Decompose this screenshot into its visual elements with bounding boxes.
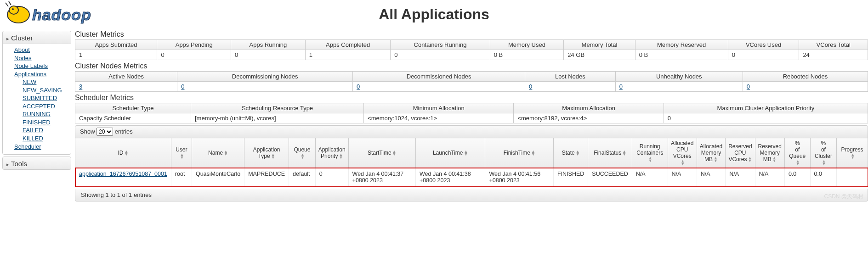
apps-column-header[interactable]: LaunchTime▲▼	[415, 138, 485, 168]
metrics-header: Containers Running	[391, 40, 490, 50]
metrics-header: Scheduling Resource Type	[191, 103, 363, 113]
apps-column-header[interactable]: ReservedMemoryMB▲▼	[755, 138, 784, 168]
sort-icon: ▲▼	[392, 151, 397, 156]
applications-table: ID▲▼User▲▼Name▲▼ApplicationType▲▼Queue▲▼…	[75, 138, 868, 187]
metrics-header: Lost Nodes	[525, 72, 616, 82]
metrics-value: <memory:1024, vcores:1>	[364, 113, 514, 123]
sidebar-item-scheduler[interactable]: Scheduler	[14, 143, 66, 151]
sidebar-item-nodes[interactable]: Nodes	[14, 54, 66, 62]
apps-cell-alloc_vcores: N/A	[668, 168, 697, 187]
apps-cell-launch: Wed Jan 4 00:41:38 +0800 2023	[415, 168, 485, 187]
metrics-header: VCores Used	[728, 40, 799, 50]
metrics-header: Apps Pending	[157, 40, 231, 50]
metrics-header: Memory Reserved	[635, 40, 728, 50]
apps-column-header[interactable]: User▲▼	[171, 138, 192, 168]
sort-icon: ▲▼	[224, 151, 228, 156]
page-title: All Applications	[5, 6, 863, 23]
apps-cell-type: MAPREDUCE	[244, 168, 289, 187]
apps-column-header[interactable]: StartTime▲▼	[348, 138, 415, 168]
apps-column-header[interactable]: ReservedCPUVCores▲▼	[726, 138, 755, 168]
metrics-value: 0 B	[490, 50, 564, 60]
apps-cell-res_vcores: N/A	[726, 168, 755, 187]
apps-cell-res_mem: N/A	[755, 168, 784, 187]
show-label-suffix: entries	[115, 128, 133, 135]
sort-icon: ▲▼	[681, 160, 685, 165]
apps-column-header[interactable]: ID▲▼	[75, 138, 171, 168]
metrics-value-link[interactable]: 0	[181, 83, 184, 90]
metrics-value-link[interactable]: 0	[357, 83, 360, 90]
metrics-value-link[interactable]: 3	[79, 83, 82, 90]
sidebar-item-applications[interactable]: Applications	[14, 70, 66, 78]
apps-cell-alloc_mem: N/A	[697, 168, 725, 187]
sort-icon: ▲▼	[464, 151, 468, 156]
sidebar-item-state-running[interactable]: RUNNING	[23, 110, 66, 118]
sidebar-item-state-submitted[interactable]: SUBMITTED	[23, 94, 66, 102]
metrics-value: [memory-mb (unit=Mi), vcores]	[191, 113, 363, 123]
apps-column-header[interactable]: FinishTime▲▼	[485, 138, 554, 168]
metrics-value-link[interactable]: 0	[747, 83, 750, 90]
sidebar-item-state-failed[interactable]: FAILED	[23, 126, 66, 134]
page-length-select[interactable]: 20	[96, 128, 113, 136]
sidebar-header-cluster[interactable]: Cluster	[3, 31, 71, 44]
apps-column-header[interactable]: FinalStatus▲▼	[588, 138, 632, 168]
apps-cell-user: root	[171, 168, 192, 187]
sidebar-header-tools[interactable]: Tools	[3, 157, 71, 169]
apps-column-header[interactable]: State▲▼	[554, 138, 588, 168]
sidebar-item-state-new-saving[interactable]: NEW_SAVING	[23, 86, 66, 95]
apps-column-header[interactable]: AllocatedMemoryMB▲▼	[697, 138, 725, 168]
datatable-length-control: Show 20 entries	[75, 125, 868, 138]
sort-icon: ▲▼	[622, 151, 626, 156]
metrics-header: Apps Submitted	[75, 40, 157, 50]
apps-cell-final: SUCCEEDED	[588, 168, 632, 187]
apps-cell-state: FINISHED	[554, 168, 588, 187]
metrics-value: 0	[728, 50, 799, 60]
metrics-value-link[interactable]: 0	[529, 83, 532, 90]
apps-column-header[interactable]: ApplicationType▲▼	[244, 138, 289, 168]
sort-icon: ▲▼	[271, 154, 275, 159]
metrics-header: Unhealthy Nodes	[615, 72, 743, 82]
sidebar-item-node-labels[interactable]: Node Labels	[14, 62, 66, 70]
apps-column-header[interactable]: AllocatedCPUVCores▲▼	[668, 138, 697, 168]
sort-icon: ▲▼	[339, 154, 343, 159]
sort-icon: ▲▼	[714, 157, 718, 162]
apps-column-header[interactable]: RunningContainers▲▼	[632, 138, 668, 168]
metrics-value: 0	[664, 113, 868, 123]
application-id-link[interactable]: application_1672676951087_0001	[79, 171, 167, 177]
apps-column-header[interactable]: Name▲▼	[192, 138, 244, 168]
apps-column-header[interactable]: %ofCluster▲▼	[810, 138, 837, 168]
apps-column-header[interactable]: ApplicationPriority▲▼	[315, 138, 348, 168]
cluster-metrics-table: Apps SubmittedApps PendingApps RunningAp…	[75, 39, 868, 60]
sidebar-item-state-killed[interactable]: KILLED	[23, 134, 66, 143]
metrics-header: VCores Total	[799, 40, 868, 50]
metrics-header: Active Nodes	[75, 72, 177, 82]
apps-column-header[interactable]: Progress▲▼	[837, 138, 868, 168]
sidebar-item-state-new[interactable]: NEW	[23, 78, 66, 86]
node-metrics-title: Cluster Nodes Metrics	[75, 62, 868, 70]
apps-column-header[interactable]: %ofQueue▲▼	[784, 138, 810, 168]
sort-icon: ▲▼	[576, 151, 580, 156]
header: hadoop All Applications	[0, 0, 868, 28]
metrics-header: Maximum Cluster Application Priority	[664, 103, 868, 113]
metrics-value: 0	[157, 50, 231, 60]
metrics-value: 0	[231, 50, 306, 60]
metrics-header: Memory Used	[490, 40, 564, 50]
sidebar-item-about[interactable]: About	[14, 46, 66, 54]
scheduler-metrics-title: Scheduler Metrics	[75, 94, 868, 102]
show-label-prefix: Show	[80, 128, 95, 135]
apps-cell-pct_cluster: 0.0	[810, 168, 837, 187]
metrics-value: 1	[75, 50, 157, 60]
sidebar-item-state-accepted[interactable]: ACCEPTED	[23, 102, 66, 111]
sort-icon: ▲▼	[851, 154, 855, 159]
apps-cell-start: Wed Jan 4 00:41:37 +0800 2023	[348, 168, 415, 187]
sort-icon: ▲▼	[796, 160, 800, 165]
sort-icon: ▲▼	[531, 151, 535, 156]
sidebar-item-state-finished[interactable]: FINISHED	[23, 118, 66, 127]
metrics-value-link[interactable]: 0	[619, 83, 623, 90]
apps-column-header[interactable]: Queue▲▼	[289, 138, 316, 168]
metrics-value: 0	[525, 82, 616, 92]
node-metrics-table: Active NodesDecommissioning NodesDecommi…	[75, 71, 868, 92]
apps-cell-progress	[837, 168, 868, 187]
metrics-value: 0	[615, 82, 743, 92]
apps-cell-id: application_1672676951087_0001	[75, 168, 171, 187]
apps-cell-running_containers: N/A	[632, 168, 668, 187]
